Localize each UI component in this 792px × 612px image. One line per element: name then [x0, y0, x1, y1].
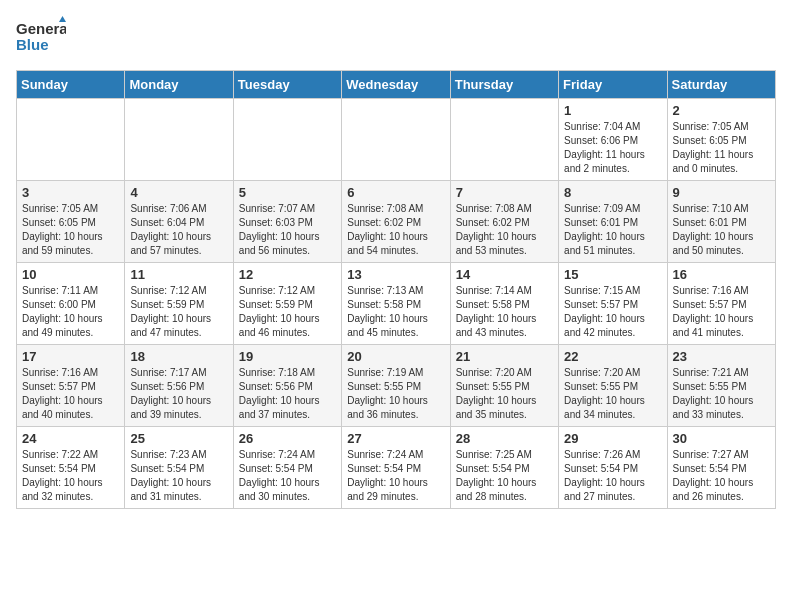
calendar-cell: 21Sunrise: 7:20 AM Sunset: 5:55 PM Dayli… [450, 345, 558, 427]
calendar-cell: 18Sunrise: 7:17 AM Sunset: 5:56 PM Dayli… [125, 345, 233, 427]
day-number: 30 [673, 431, 770, 446]
calendar-cell: 16Sunrise: 7:16 AM Sunset: 5:57 PM Dayli… [667, 263, 775, 345]
calendar-cell: 20Sunrise: 7:19 AM Sunset: 5:55 PM Dayli… [342, 345, 450, 427]
day-number: 1 [564, 103, 661, 118]
day-number: 18 [130, 349, 227, 364]
col-header-saturday: Saturday [667, 71, 775, 99]
calendar-cell [233, 99, 341, 181]
col-header-friday: Friday [559, 71, 667, 99]
calendar-cell [17, 99, 125, 181]
day-number: 9 [673, 185, 770, 200]
calendar-table: SundayMondayTuesdayWednesdayThursdayFrid… [16, 70, 776, 509]
day-info: Sunrise: 7:25 AM Sunset: 5:54 PM Dayligh… [456, 448, 553, 504]
day-number: 14 [456, 267, 553, 282]
day-number: 8 [564, 185, 661, 200]
day-number: 22 [564, 349, 661, 364]
calendar-cell: 15Sunrise: 7:15 AM Sunset: 5:57 PM Dayli… [559, 263, 667, 345]
svg-text:General: General [16, 20, 66, 37]
calendar-cell: 23Sunrise: 7:21 AM Sunset: 5:55 PM Dayli… [667, 345, 775, 427]
day-info: Sunrise: 7:26 AM Sunset: 5:54 PM Dayligh… [564, 448, 661, 504]
day-number: 5 [239, 185, 336, 200]
page-header: General Blue [16, 16, 776, 58]
calendar-header-row: SundayMondayTuesdayWednesdayThursdayFrid… [17, 71, 776, 99]
day-number: 15 [564, 267, 661, 282]
day-number: 16 [673, 267, 770, 282]
svg-text:Blue: Blue [16, 36, 49, 53]
day-info: Sunrise: 7:21 AM Sunset: 5:55 PM Dayligh… [673, 366, 770, 422]
day-number: 13 [347, 267, 444, 282]
day-info: Sunrise: 7:09 AM Sunset: 6:01 PM Dayligh… [564, 202, 661, 258]
col-header-tuesday: Tuesday [233, 71, 341, 99]
calendar-cell: 3Sunrise: 7:05 AM Sunset: 6:05 PM Daylig… [17, 181, 125, 263]
day-info: Sunrise: 7:05 AM Sunset: 6:05 PM Dayligh… [673, 120, 770, 176]
calendar-cell: 10Sunrise: 7:11 AM Sunset: 6:00 PM Dayli… [17, 263, 125, 345]
calendar-cell: 14Sunrise: 7:14 AM Sunset: 5:58 PM Dayli… [450, 263, 558, 345]
calendar-week-5: 24Sunrise: 7:22 AM Sunset: 5:54 PM Dayli… [17, 427, 776, 509]
logo-svg: General Blue [16, 16, 66, 58]
calendar-cell [125, 99, 233, 181]
calendar-cell: 24Sunrise: 7:22 AM Sunset: 5:54 PM Dayli… [17, 427, 125, 509]
calendar-cell [450, 99, 558, 181]
logo: General Blue [16, 16, 66, 58]
day-info: Sunrise: 7:27 AM Sunset: 5:54 PM Dayligh… [673, 448, 770, 504]
day-number: 28 [456, 431, 553, 446]
calendar-cell: 6Sunrise: 7:08 AM Sunset: 6:02 PM Daylig… [342, 181, 450, 263]
day-info: Sunrise: 7:23 AM Sunset: 5:54 PM Dayligh… [130, 448, 227, 504]
day-info: Sunrise: 7:19 AM Sunset: 5:55 PM Dayligh… [347, 366, 444, 422]
day-info: Sunrise: 7:06 AM Sunset: 6:04 PM Dayligh… [130, 202, 227, 258]
calendar-cell: 13Sunrise: 7:13 AM Sunset: 5:58 PM Dayli… [342, 263, 450, 345]
day-info: Sunrise: 7:20 AM Sunset: 5:55 PM Dayligh… [456, 366, 553, 422]
col-header-monday: Monday [125, 71, 233, 99]
calendar-cell: 25Sunrise: 7:23 AM Sunset: 5:54 PM Dayli… [125, 427, 233, 509]
day-number: 26 [239, 431, 336, 446]
calendar-cell: 4Sunrise: 7:06 AM Sunset: 6:04 PM Daylig… [125, 181, 233, 263]
day-number: 25 [130, 431, 227, 446]
day-number: 29 [564, 431, 661, 446]
day-info: Sunrise: 7:17 AM Sunset: 5:56 PM Dayligh… [130, 366, 227, 422]
day-number: 10 [22, 267, 119, 282]
day-info: Sunrise: 7:04 AM Sunset: 6:06 PM Dayligh… [564, 120, 661, 176]
day-number: 27 [347, 431, 444, 446]
calendar-cell [342, 99, 450, 181]
day-info: Sunrise: 7:05 AM Sunset: 6:05 PM Dayligh… [22, 202, 119, 258]
calendar-cell: 29Sunrise: 7:26 AM Sunset: 5:54 PM Dayli… [559, 427, 667, 509]
calendar-week-2: 3Sunrise: 7:05 AM Sunset: 6:05 PM Daylig… [17, 181, 776, 263]
calendar-cell: 22Sunrise: 7:20 AM Sunset: 5:55 PM Dayli… [559, 345, 667, 427]
calendar-cell: 2Sunrise: 7:05 AM Sunset: 6:05 PM Daylig… [667, 99, 775, 181]
calendar-cell: 28Sunrise: 7:25 AM Sunset: 5:54 PM Dayli… [450, 427, 558, 509]
day-info: Sunrise: 7:14 AM Sunset: 5:58 PM Dayligh… [456, 284, 553, 340]
calendar-cell: 30Sunrise: 7:27 AM Sunset: 5:54 PM Dayli… [667, 427, 775, 509]
day-info: Sunrise: 7:13 AM Sunset: 5:58 PM Dayligh… [347, 284, 444, 340]
calendar-cell: 8Sunrise: 7:09 AM Sunset: 6:01 PM Daylig… [559, 181, 667, 263]
day-info: Sunrise: 7:12 AM Sunset: 5:59 PM Dayligh… [130, 284, 227, 340]
col-header-wednesday: Wednesday [342, 71, 450, 99]
day-info: Sunrise: 7:10 AM Sunset: 6:01 PM Dayligh… [673, 202, 770, 258]
svg-marker-2 [59, 16, 66, 22]
calendar-cell: 26Sunrise: 7:24 AM Sunset: 5:54 PM Dayli… [233, 427, 341, 509]
day-info: Sunrise: 7:12 AM Sunset: 5:59 PM Dayligh… [239, 284, 336, 340]
day-number: 21 [456, 349, 553, 364]
calendar-week-1: 1Sunrise: 7:04 AM Sunset: 6:06 PM Daylig… [17, 99, 776, 181]
day-info: Sunrise: 7:22 AM Sunset: 5:54 PM Dayligh… [22, 448, 119, 504]
day-number: 12 [239, 267, 336, 282]
calendar-cell: 7Sunrise: 7:08 AM Sunset: 6:02 PM Daylig… [450, 181, 558, 263]
calendar-cell: 19Sunrise: 7:18 AM Sunset: 5:56 PM Dayli… [233, 345, 341, 427]
calendar-week-4: 17Sunrise: 7:16 AM Sunset: 5:57 PM Dayli… [17, 345, 776, 427]
day-number: 7 [456, 185, 553, 200]
day-number: 17 [22, 349, 119, 364]
day-number: 4 [130, 185, 227, 200]
calendar-cell: 17Sunrise: 7:16 AM Sunset: 5:57 PM Dayli… [17, 345, 125, 427]
day-number: 19 [239, 349, 336, 364]
day-number: 20 [347, 349, 444, 364]
day-number: 3 [22, 185, 119, 200]
day-info: Sunrise: 7:08 AM Sunset: 6:02 PM Dayligh… [347, 202, 444, 258]
day-info: Sunrise: 7:20 AM Sunset: 5:55 PM Dayligh… [564, 366, 661, 422]
day-info: Sunrise: 7:18 AM Sunset: 5:56 PM Dayligh… [239, 366, 336, 422]
day-info: Sunrise: 7:24 AM Sunset: 5:54 PM Dayligh… [239, 448, 336, 504]
day-number: 23 [673, 349, 770, 364]
calendar-cell: 5Sunrise: 7:07 AM Sunset: 6:03 PM Daylig… [233, 181, 341, 263]
day-info: Sunrise: 7:07 AM Sunset: 6:03 PM Dayligh… [239, 202, 336, 258]
calendar-cell: 1Sunrise: 7:04 AM Sunset: 6:06 PM Daylig… [559, 99, 667, 181]
day-info: Sunrise: 7:08 AM Sunset: 6:02 PM Dayligh… [456, 202, 553, 258]
day-number: 2 [673, 103, 770, 118]
